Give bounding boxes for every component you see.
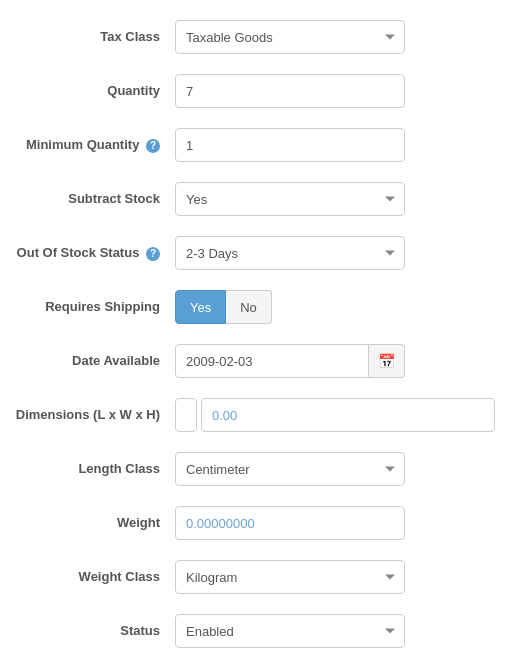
weight-class-select[interactable]: Kilogram Gram Pound Ounce xyxy=(175,560,405,594)
calendar-icon: 📅 xyxy=(378,353,395,369)
out-of-stock-status-control: 2-3 Days In Stock Out Of Stock Pre-Order xyxy=(175,236,405,270)
status-select-wrapper: Enabled Disabled xyxy=(175,614,405,648)
subtract-stock-select-wrapper: Yes No xyxy=(175,182,405,216)
quantity-control xyxy=(175,74,405,108)
dimensions-label: Dimensions (L x W x H) xyxy=(15,406,175,424)
length-class-control: Centimeter Inch Millimeter xyxy=(175,452,405,486)
requires-shipping-row: Requires Shipping Yes No xyxy=(0,280,510,334)
out-of-stock-status-row: Out Of Stock Status ? 2-3 Days In Stock … xyxy=(0,226,510,280)
tax-class-select-wrapper: Taxable Goods None xyxy=(175,20,405,54)
requires-shipping-yes-button[interactable]: Yes xyxy=(175,290,226,324)
status-select[interactable]: Enabled Disabled xyxy=(175,614,405,648)
status-label: Status xyxy=(15,622,175,640)
requires-shipping-control: Yes No xyxy=(175,290,405,324)
tax-class-control: Taxable Goods None xyxy=(175,20,405,54)
length-class-select-wrapper: Centimeter Inch Millimeter xyxy=(175,452,405,486)
minimum-quantity-input[interactable] xyxy=(175,128,405,162)
requires-shipping-btn-group: Yes No xyxy=(175,290,405,324)
requires-shipping-no-button[interactable]: No xyxy=(226,290,272,324)
date-wrapper: 📅 xyxy=(175,344,405,378)
dimensions-inputs xyxy=(175,398,197,432)
minimum-quantity-control xyxy=(175,128,405,162)
out-of-stock-select[interactable]: 2-3 Days In Stock Out Of Stock Pre-Order xyxy=(175,236,405,270)
weight-class-label: Weight Class xyxy=(15,568,175,586)
dimensions-extra-input[interactable] xyxy=(201,398,495,432)
tax-class-label: Tax Class xyxy=(15,28,175,46)
weight-class-select-wrapper: Kilogram Gram Pound Ounce xyxy=(175,560,405,594)
out-of-stock-select-wrapper: 2-3 Days In Stock Out Of Stock Pre-Order xyxy=(175,236,405,270)
weight-class-control: Kilogram Gram Pound Ounce xyxy=(175,560,405,594)
quantity-row: Quantity xyxy=(0,64,510,118)
weight-class-row: Weight Class Kilogram Gram Pound Ounce xyxy=(0,550,510,604)
calendar-button[interactable]: 📅 xyxy=(369,344,405,378)
tax-class-select[interactable]: Taxable Goods None xyxy=(175,20,405,54)
out-of-stock-status-label: Out Of Stock Status ? xyxy=(15,244,175,262)
status-control: Enabled Disabled xyxy=(175,614,405,648)
dimensions-input-1[interactable] xyxy=(175,398,197,432)
date-available-label: Date Available xyxy=(15,352,175,370)
subtract-stock-label: Subtract Stock xyxy=(15,190,175,208)
length-class-label: Length Class xyxy=(15,460,175,478)
status-row: Status Enabled Disabled xyxy=(0,604,510,656)
date-available-row: Date Available 📅 xyxy=(0,334,510,388)
minimum-quantity-row: Minimum Quantity ? xyxy=(0,118,510,172)
subtract-stock-select[interactable]: Yes No xyxy=(175,182,405,216)
subtract-stock-row: Subtract Stock Yes No xyxy=(0,172,510,226)
tax-class-row: Tax Class Taxable Goods None xyxy=(0,10,510,64)
quantity-input[interactable] xyxy=(175,74,405,108)
minimum-quantity-help-icon[interactable]: ? xyxy=(146,139,160,153)
weight-label: Weight xyxy=(15,514,175,532)
weight-control xyxy=(175,506,405,540)
date-available-input[interactable] xyxy=(175,344,369,378)
out-of-stock-help-icon[interactable]: ? xyxy=(146,247,160,261)
minimum-quantity-label: Minimum Quantity ? xyxy=(15,136,175,154)
length-class-row: Length Class Centimeter Inch Millimeter xyxy=(0,442,510,496)
weight-input[interactable] xyxy=(175,506,405,540)
quantity-label: Quantity xyxy=(15,82,175,100)
date-available-control: 📅 xyxy=(175,344,405,378)
length-class-select[interactable]: Centimeter Inch Millimeter xyxy=(175,452,405,486)
dimensions-row: Dimensions (L x W x H) xyxy=(0,388,510,442)
weight-row: Weight xyxy=(0,496,510,550)
requires-shipping-label: Requires Shipping xyxy=(15,298,175,316)
subtract-stock-control: Yes No xyxy=(175,182,405,216)
